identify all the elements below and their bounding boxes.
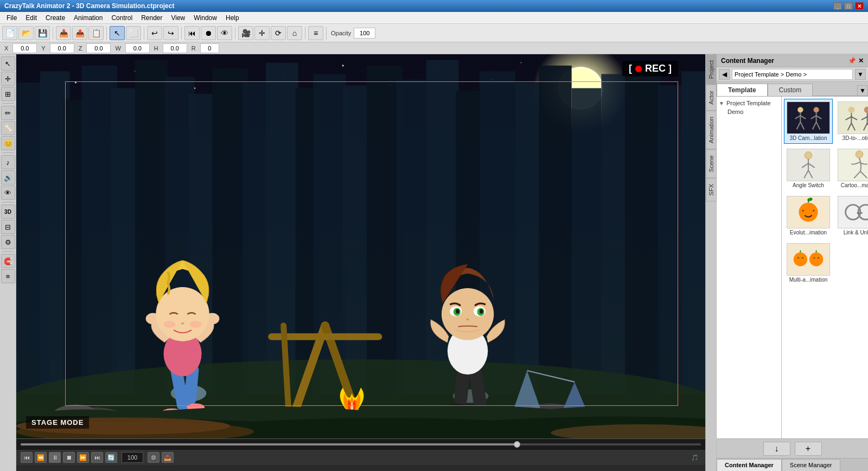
content-item-4[interactable]: Evolut...imation <box>784 193 833 238</box>
go-start-button[interactable]: ⏮ <box>184 26 200 40</box>
step-forward-button[interactable]: ⏩ <box>77 452 89 463</box>
x-input[interactable] <box>12 43 37 53</box>
stage[interactable]: [ REC ] STAGE MODE <box>16 54 705 438</box>
new-button[interactable]: 📄 <box>2 26 17 40</box>
window-controls[interactable]: _ □ ✕ <box>833 2 864 10</box>
rotate-button[interactable]: ⟳ <box>271 26 286 40</box>
close-button[interactable]: ✕ <box>855 2 864 10</box>
timeline-bar[interactable] <box>21 443 701 445</box>
crop-tool[interactable]: ⊞ <box>1 87 15 101</box>
redo-button[interactable]: ↪ <box>163 26 178 40</box>
opacity-input[interactable]: 100 <box>354 28 375 39</box>
menu-create[interactable]: Create <box>41 13 69 23</box>
maximize-button[interactable]: □ <box>844 2 853 10</box>
menu-animation[interactable]: Animation <box>69 13 107 23</box>
bottom-tab-scene-manager[interactable]: Scene Manager <box>782 459 840 471</box>
vtab-animation[interactable]: Animation <box>706 111 717 149</box>
content-item-2[interactable]: Angle Switch <box>784 146 833 191</box>
content-item-0[interactable]: 3D Cam...lation <box>784 99 833 144</box>
grid-tool[interactable]: ⊟ <box>1 220 15 234</box>
content-item-6[interactable]: Multi-a...imation <box>784 240 833 285</box>
cm-pin-button[interactable]: 📌 <box>848 57 856 65</box>
magnet-tool[interactable]: 🧲 <box>1 254 15 268</box>
bone-tool[interactable]: 🦴 <box>1 121 15 135</box>
y-input[interactable] <box>50 43 74 53</box>
w-input[interactable] <box>125 43 150 53</box>
pivot-button[interactable]: ⌂ <box>287 26 302 40</box>
sound-tool[interactable]: 🔊 <box>1 170 15 184</box>
nav-dropdown-button[interactable]: ▼ <box>855 69 866 80</box>
move-button[interactable]: ✛ <box>254 26 270 40</box>
record-button[interactable]: ⏺ <box>201 26 216 40</box>
content-label-5: Link & Unlink <box>844 230 868 236</box>
tree-item-project-template[interactable]: ▼ Project Template <box>719 99 779 107</box>
frame-counter[interactable] <box>122 452 143 463</box>
menu-render[interactable]: Render <box>137 13 167 23</box>
nav-path-text: Project Template > Demo > <box>735 71 807 78</box>
pen-tool[interactable]: ✏ <box>1 106 15 120</box>
nav-back-button[interactable]: ◀ <box>719 69 730 80</box>
go-to-start-button[interactable]: ⏮ <box>21 452 33 463</box>
timeline-thumb[interactable] <box>514 441 520 448</box>
camera-button[interactable]: 🎥 <box>238 26 253 40</box>
svg-point-95 <box>848 107 855 113</box>
menu-help[interactable]: Help <box>221 13 244 23</box>
menu-control[interactable]: Control <box>107 13 137 23</box>
save-button[interactable]: 💾 <box>35 26 50 40</box>
menu-window[interactable]: Window <box>189 13 221 23</box>
stop-button[interactable]: ⏹ <box>63 452 75 463</box>
menu-edit[interactable]: Edit <box>21 13 41 23</box>
vtab-sfx[interactable]: SFX <box>706 178 717 201</box>
adjust-tool[interactable]: ⚙ <box>1 235 15 249</box>
minimize-button[interactable]: _ <box>833 2 842 10</box>
content-item-5[interactable]: ⟷ Link & Unlink <box>835 193 868 238</box>
music-tool[interactable]: ♪ <box>1 155 15 169</box>
svg-point-125 <box>794 252 807 266</box>
tab-options-button[interactable]: ▼ <box>857 85 868 96</box>
tree-item-demo[interactable]: Demo <box>719 107 779 116</box>
select-tool[interactable]: ↖ <box>1 56 15 71</box>
svg-text:⟷: ⟷ <box>857 211 863 215</box>
loop-button[interactable]: 🔄 <box>105 452 117 463</box>
menu-view[interactable]: View <box>167 13 189 23</box>
tab-template[interactable]: Template <box>717 84 768 96</box>
download-button[interactable]: ↓ <box>763 442 790 456</box>
toolbar-separator4 <box>181 27 182 40</box>
z-input[interactable] <box>86 43 111 53</box>
h-input[interactable] <box>163 43 187 53</box>
3d-tool[interactable]: 3D <box>1 205 15 219</box>
export-playback-button[interactable]: 📤 <box>162 452 174 463</box>
content-item-1[interactable]: 3D-to-...otions <box>835 99 868 144</box>
bars-button[interactable]: ≡ <box>308 26 323 40</box>
pause-button[interactable]: ⏸ <box>49 452 61 463</box>
vtab-scene[interactable]: Scene <box>706 149 717 178</box>
timeline-track[interactable] <box>16 439 705 450</box>
r-input[interactable] <box>200 43 219 53</box>
tool2-button[interactable]: ⬜ <box>126 26 141 40</box>
go-to-end-button[interactable]: ⏭ <box>91 452 103 463</box>
undo-button[interactable]: ↩ <box>147 26 162 40</box>
svg-rect-38 <box>681 71 705 393</box>
transform-tool[interactable]: ✛ <box>1 72 15 86</box>
layers-tool[interactable]: ≡ <box>1 269 15 283</box>
vtab-actor[interactable]: Actor <box>706 85 717 111</box>
export2-button[interactable]: 📋 <box>88 26 104 40</box>
sidebar-sep1 <box>2 103 14 104</box>
step-back-button[interactable]: ⏪ <box>35 452 47 463</box>
content-item-3[interactable]: Cartoo...mation <box>835 146 868 191</box>
add-button[interactable]: + <box>795 442 822 456</box>
nav-path: Project Template > Demo > <box>732 69 853 80</box>
select-button[interactable]: ↖ <box>110 26 125 40</box>
face-tool[interactable]: 😊 <box>1 136 15 150</box>
settings-button[interactable]: ⚙ <box>148 452 159 463</box>
tab-custom[interactable]: Custom <box>768 84 813 96</box>
cm-close-button[interactable]: ✕ <box>858 57 864 65</box>
preview-button[interactable]: 👁 <box>217 26 232 40</box>
eye-tool[interactable]: 👁 <box>1 186 15 200</box>
import-button[interactable]: 📥 <box>56 26 71 40</box>
vtab-project[interactable]: Project <box>706 54 717 85</box>
export-button[interactable]: 📤 <box>72 26 87 40</box>
bottom-tab-content-manager[interactable]: Content Manager <box>717 459 782 471</box>
open-button[interactable]: 📂 <box>18 26 34 40</box>
menu-file[interactable]: File <box>2 13 21 23</box>
